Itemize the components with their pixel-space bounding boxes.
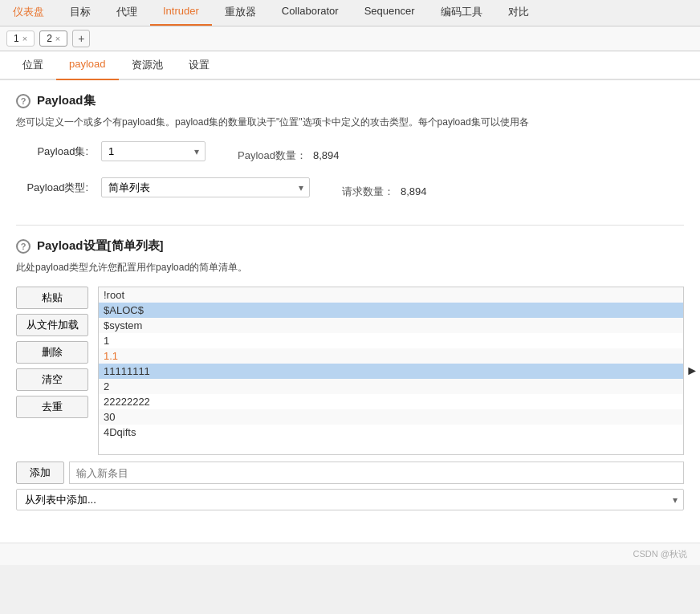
payload-btn-清空[interactable]: 清空 [16,368,88,391]
list-item[interactable]: $ALOC$ [99,303,683,318]
list-item[interactable]: 1 [99,333,683,348]
payload-config-desc: 此处payload类型允许您配置用作payload的简单清单。 [16,260,684,275]
from-list-wrap: 从列表中添加... 字母表 数字 常用密码 [16,489,684,510]
request-count-value: 8,894 [401,185,427,197]
divider [16,225,684,226]
payload-set-select-wrap: 1 2 3 [101,141,206,161]
main-content: ? Payload集 您可以定义一个或多个有payload集。payload集的… [0,80,700,543]
sub-nav-item-设置[interactable]: 设置 [176,51,222,80]
list-item[interactable]: 2 [99,379,683,394]
request-count-info: 请求数量： 8,894 [342,185,427,199]
add-input[interactable] [69,462,684,484]
request-count-label: 请求数量： [342,185,394,199]
tab-label: 2 [47,33,52,44]
nav-item-仪表盘[interactable]: 仪表盘 [0,0,57,26]
payload-count-info: Payload数量： 8,894 [238,148,340,163]
payload-settings: 粘贴从文件加载删除清空去重 !root$ALOC$$system11.11111… [16,287,684,455]
sub-nav-item-资源池[interactable]: 资源池 [119,51,176,80]
payload-type-pairs: Payload类型: 简单列表 运行时文件 自定义迭代器 字符替换 请求数量： … [16,177,684,205]
payload-config-section: ? Payload设置[简单列表] 此处payload类型允许您配置用作payl… [16,238,684,510]
nav-item-intruder[interactable]: Intruder [150,0,212,26]
payload-set-header: ? Payload集 [16,93,684,108]
payload-count-value: 8,894 [313,149,340,161]
tab-2[interactable]: 2× [39,30,67,47]
payload-type-select-wrap: 简单列表 运行时文件 自定义迭代器 字符替换 [101,177,310,197]
payload-set-help-icon[interactable]: ? [16,94,31,108]
add-button[interactable]: 添加 [16,462,64,484]
tab-add-button[interactable]: + [72,30,90,47]
arrow-right-icon: ► [686,364,698,378]
list-item[interactable]: !root [99,287,683,303]
payload-btn-删除[interactable]: 删除 [16,341,88,364]
list-container: !root$ALOC$$system11.1111111112222222223… [98,287,684,455]
payload-set-title: Payload集 [37,93,96,108]
footer: CSDN @秋说 [0,543,700,565]
nav-item-重放器[interactable]: 重放器 [212,0,269,26]
payload-set-row: Payload集: 1 2 3 [16,141,206,161]
payload-type-select[interactable]: 简单列表 运行时文件 自定义迭代器 字符替换 [101,177,310,197]
nav-item-collaborator[interactable]: Collaborator [269,0,352,26]
add-row: 添加 [16,462,684,484]
tab-close-icon[interactable]: × [22,34,27,43]
payload-btn-去重[interactable]: 去重 [16,396,88,418]
payload-config-help-icon[interactable]: ? [16,239,31,254]
footer-text: CSDN @秋说 [633,549,687,559]
nav-item-sequencer[interactable]: Sequencer [352,0,428,26]
top-nav: 仪表盘目标代理Intruder重放器CollaboratorSequencer编… [0,0,700,26]
sub-nav-item-payload[interactable]: payload [56,51,119,80]
list-item[interactable]: $system [99,318,683,333]
list-item[interactable]: 4Dqifts [99,425,683,440]
payload-action-buttons: 粘贴从文件加载删除清空去重 [16,287,88,455]
payload-list[interactable]: !root$ALOC$$system11.1111111112222222223… [98,287,684,455]
list-item[interactable]: 22222222 [99,394,683,409]
tab-1[interactable]: 1× [6,30,35,47]
sub-nav-item-位置[interactable]: 位置 [10,51,56,80]
nav-item-对比[interactable]: 对比 [495,0,542,26]
payload-set-select[interactable]: 1 2 3 [101,141,206,161]
sub-nav: 位置payload资源池设置 [0,51,700,80]
nav-item-代理[interactable]: 代理 [104,0,150,26]
payload-set-section: ? Payload集 您可以定义一个或多个有payload集。payload集的… [16,93,684,205]
payload-config-title: Payload设置[简单列表] [37,238,164,254]
payload-btn-粘贴[interactable]: 粘贴 [16,287,88,309]
payload-set-desc: 您可以定义一个或多个有payload集。payload集的数量取决于"位置"选项… [16,115,684,130]
payload-type-label: Payload类型: [16,181,88,195]
payload-form-pairs: Payload集: 1 2 3 Payload数量： 8,894 [16,141,684,169]
list-item[interactable]: 30 [99,409,683,425]
nav-item-编码工具[interactable]: 编码工具 [428,0,495,26]
tab-label: 1 [14,33,19,44]
list-item[interactable]: 11111111 [99,364,683,379]
tab-close-icon[interactable]: × [55,34,60,43]
payload-set-label: Payload集: [16,144,88,159]
list-item[interactable]: 1.1 [99,348,683,364]
payload-config-header: ? Payload设置[简单列表] [16,238,684,254]
payload-type-row: Payload类型: 简单列表 运行时文件 自定义迭代器 字符替换 [16,177,310,197]
tab-bar: 1×2×+ [0,26,700,51]
payload-count-label: Payload数量： [238,148,307,163]
from-list-select[interactable]: 从列表中添加... 字母表 数字 常用密码 [16,489,684,510]
nav-item-目标[interactable]: 目标 [57,0,104,26]
payload-btn-从文件加载[interactable]: 从文件加载 [16,314,88,336]
